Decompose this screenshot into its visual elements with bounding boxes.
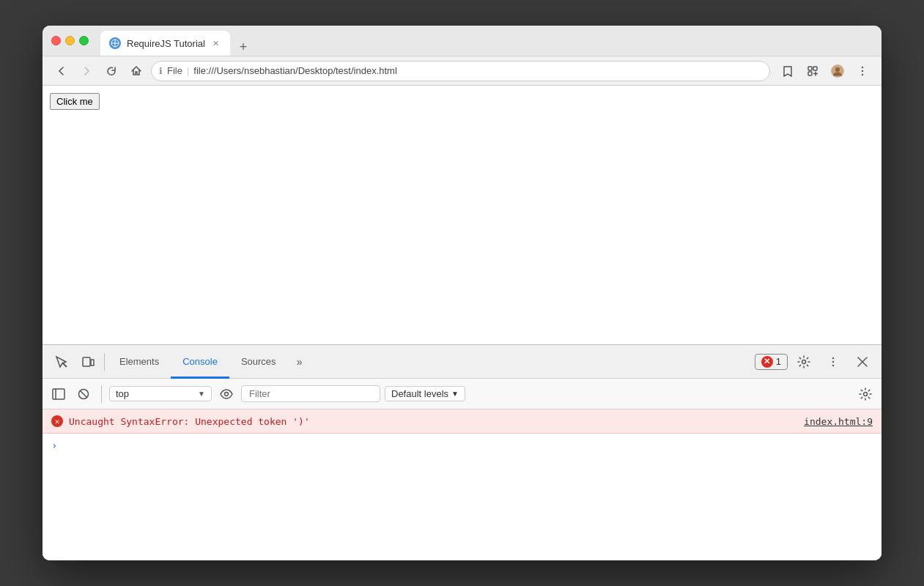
bookmark-button[interactable] [777,61,798,81]
tab-sources[interactable]: Sources [229,345,288,379]
log-level-selector[interactable]: Default levels ▼ [385,386,465,401]
tab-console[interactable]: Console [171,345,229,379]
svg-rect-20 [53,389,64,399]
svg-line-11 [62,363,67,367]
svg-point-7 [835,67,840,72]
tab-title: RequireJS Tutorial [127,38,205,49]
svg-point-17 [832,364,834,366]
error-count: 1 [776,356,781,367]
menu-button[interactable] [852,61,873,81]
tab-divider [104,353,105,371]
clear-console-button[interactable] [73,384,94,404]
settings-button[interactable] [791,349,817,375]
traffic-lights [51,36,89,45]
console-prompt-row: › [42,434,882,457]
svg-point-14 [802,360,806,363]
tab-elements[interactable]: Elements [108,345,171,379]
nav-bar: ℹ File | file:///Users/nsebhastian/Deskt… [42,56,882,86]
svg-point-24 [225,392,229,396]
filter-input[interactable] [241,385,380,402]
error-source-link[interactable]: index.html:9 [804,416,873,427]
devtools-menu-button[interactable] [820,349,846,375]
error-icon: ✕ [761,356,773,368]
more-tabs-button[interactable]: » [288,350,311,374]
new-tab-button[interactable]: + [234,38,252,56]
svg-point-10 [862,73,863,75]
sidebar-toggle-button[interactable] [48,384,69,404]
devtools-right-actions: ✕ 1 [755,349,876,375]
tab-favicon [109,37,121,49]
error-message: Uncaught SyntaxError: Unexpected token '… [69,416,798,427]
nav-right-buttons [777,61,873,81]
click-me-button[interactable]: Click me [50,93,100,110]
error-row-icon: ✕ [51,415,63,427]
page-content: Click me [42,86,882,344]
levels-dropdown-icon: ▼ [451,390,459,398]
tab-close-button[interactable]: ✕ [211,38,221,48]
url-divider: | [187,65,189,76]
console-error-row: ✕ Uncaught SyntaxError: Unexpected token… [42,409,882,434]
svg-rect-13 [91,360,94,366]
devtools-tab-bar: Elements Console Sources » ✕ 1 [42,345,882,379]
close-button[interactable] [51,36,61,45]
svg-point-8 [862,66,863,67]
console-input[interactable] [63,440,873,451]
home-button[interactable] [126,61,147,81]
file-label: File [167,65,182,76]
context-dropdown-icon: ▼ [198,390,205,398]
svg-point-25 [864,392,868,396]
extensions-button[interactable] [802,61,823,81]
browser-window: RequireJS Tutorial ✕ + ℹ Fil [42,26,882,560]
eye-icon-button[interactable] [216,384,237,404]
url-text: file:///Users/nsebhastian/Desktop/test/i… [193,65,762,76]
console-toolbar: top ▼ Default levels ▼ [42,379,882,409]
error-count-badge[interactable]: ✕ 1 [755,354,788,370]
profile-button[interactable] [827,61,848,81]
devtools-panel: Elements Console Sources » ✕ 1 [42,344,882,560]
svg-rect-3 [808,67,812,70]
prompt-icon: › [51,440,57,451]
svg-line-23 [81,391,86,397]
console-output: ✕ Uncaught SyntaxError: Unexpected token… [42,409,882,560]
svg-point-15 [832,357,834,358]
device-toggle-button[interactable] [75,349,101,375]
svg-rect-4 [813,67,817,70]
context-selector[interactable]: top ▼ [109,386,212,401]
svg-point-9 [862,70,863,71]
reload-button[interactable] [101,61,122,81]
maximize-button[interactable] [79,36,89,45]
back-button[interactable] [51,61,72,81]
svg-rect-5 [808,72,812,75]
console-settings-button[interactable] [855,384,876,404]
inspect-element-button[interactable] [48,349,75,375]
tab-bar: RequireJS Tutorial ✕ + [100,26,252,56]
close-devtools-button[interactable] [849,349,876,375]
minimize-button[interactable] [65,36,75,45]
address-bar[interactable]: ℹ File | file:///Users/nsebhastian/Deskt… [151,61,770,81]
title-bar: RequireJS Tutorial ✕ + [42,26,882,56]
forward-button[interactable] [76,61,97,81]
browser-tab-active[interactable]: RequireJS Tutorial ✕ [100,31,230,56]
svg-point-16 [832,360,834,362]
info-icon: ℹ [159,66,163,76]
svg-rect-12 [83,357,90,366]
toolbar-divider [101,385,102,403]
